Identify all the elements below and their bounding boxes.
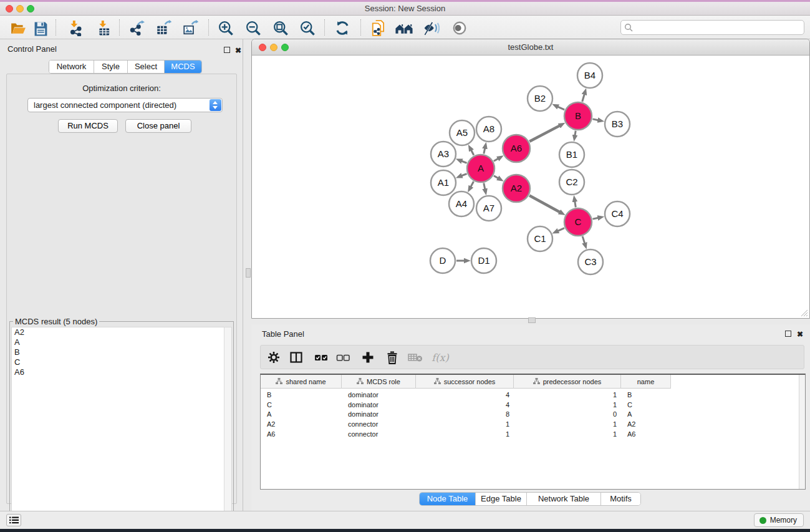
graph-edge-A-A1[interactable] — [461, 174, 467, 177]
result-item[interactable]: A6 — [12, 367, 231, 377]
table-row-A6[interactable]: A6connector11A6 — [261, 429, 805, 439]
graph-node-A7[interactable]: A7 — [476, 196, 501, 221]
add-column-button[interactable] — [359, 348, 377, 367]
table-row-A[interactable]: Adominator80A — [261, 409, 805, 419]
graph-edge-A-A6[interactable] — [494, 158, 499, 162]
task-history-button[interactable] — [6, 514, 21, 526]
graph-node-A1[interactable]: A1 — [431, 170, 456, 195]
graph-edge-C-C4[interactable] — [593, 218, 599, 219]
result-scrollbar[interactable] — [224, 327, 231, 532]
column-header-shared-name[interactable]: shared name — [261, 375, 342, 389]
result-item[interactable]: C — [12, 357, 231, 367]
graph-node-B3[interactable]: B3 — [605, 112, 630, 137]
graph-node-A3[interactable]: A3 — [431, 142, 456, 167]
graph-node-A6[interactable]: A6 — [503, 135, 530, 162]
export-network-button[interactable] — [127, 18, 147, 38]
close-panel-icon[interactable]: ✖ — [235, 47, 241, 54]
tab-edge-table[interactable]: Edge Table — [476, 493, 527, 505]
graph-edge-A-A4[interactable] — [470, 181, 473, 188]
zoom-out-button[interactable] — [243, 18, 263, 38]
graph-node-A[interactable]: A — [467, 155, 494, 182]
graph-node-B1[interactable]: B1 — [559, 142, 584, 167]
vertical-splitter-handle[interactable] — [246, 268, 251, 278]
node-table[interactable]: shared nameMCDS rolesuccessor nodesprede… — [260, 374, 806, 490]
graph-edge-A-A2[interactable] — [494, 176, 499, 179]
search-input[interactable] — [620, 20, 804, 35]
graph-edge-C-C2[interactable] — [575, 201, 576, 208]
network-canvas[interactable]: B4B2BB3A5A8A6A3B1AA1C2A2A4A7C4CC1C3DD1 — [252, 56, 809, 318]
network-minimize-button[interactable] — [270, 44, 277, 51]
graph-node-B2[interactable]: B2 — [528, 86, 552, 111]
graph-edge-B-B4[interactable] — [582, 94, 585, 102]
refresh-button[interactable] — [332, 18, 352, 38]
graph-edge-A-A3[interactable] — [461, 161, 467, 163]
function-builder-button[interactable]: f(x) — [428, 348, 453, 367]
export-table-button[interactable] — [153, 18, 173, 38]
graph-node-A2[interactable]: A2 — [503, 175, 530, 202]
float-panel-icon[interactable] — [224, 47, 230, 53]
tab-mcds[interactable]: MCDS — [165, 60, 201, 73]
graph-node-B4[interactable]: B4 — [577, 63, 602, 88]
graph-edge-C-C3[interactable] — [582, 236, 585, 244]
graph-edge-B-B1[interactable] — [575, 131, 576, 137]
network-window-titlebar[interactable]: testGlobe.txt — [252, 39, 809, 56]
zoom-window-button[interactable] — [27, 5, 34, 12]
zoom-fit-button[interactable] — [271, 18, 291, 38]
mcds-result-list[interactable]: A2ABCA6 — [11, 327, 232, 532]
open-session-button[interactable] — [8, 18, 28, 38]
table-row-A2[interactable]: A2connector11A2 — [261, 419, 805, 429]
graph-edge-C-C1[interactable] — [557, 228, 564, 231]
tab-motifs[interactable]: Motifs — [601, 493, 640, 505]
hide-selected-button[interactable] — [422, 18, 441, 38]
tab-network[interactable]: Network — [49, 60, 94, 73]
graph-node-D[interactable]: D — [430, 248, 455, 273]
import-table-button[interactable] — [94, 18, 114, 38]
graph-node-B[interactable]: B — [564, 102, 592, 130]
graph-edge-A-A8[interactable] — [484, 147, 485, 153]
split-columns-button[interactable] — [287, 348, 306, 367]
save-session-button[interactable] — [31, 18, 51, 38]
criterion-select[interactable]: largest connected component (directed) — [27, 98, 223, 112]
graph-node-D1[interactable]: D1 — [471, 248, 496, 273]
zoom-in-button[interactable] — [216, 18, 236, 38]
tab-node-table[interactable]: Node Table — [420, 493, 476, 505]
close-window-button[interactable] — [6, 5, 13, 12]
result-item[interactable]: B — [12, 347, 231, 357]
graph-node-A4[interactable]: A4 — [449, 191, 474, 216]
result-item[interactable]: A — [12, 337, 231, 347]
memory-button[interactable]: Memory — [754, 513, 804, 527]
column-header-name[interactable]: name — [621, 375, 671, 389]
table-settings-button[interactable] — [264, 348, 283, 367]
tab-style[interactable]: Style — [94, 60, 128, 73]
table-row-B[interactable]: Bdominator41B — [261, 390, 805, 400]
graph-node-C3[interactable]: C3 — [578, 249, 603, 274]
table-float-icon[interactable] — [785, 331, 791, 337]
graph-node-C[interactable]: C — [564, 208, 592, 236]
select-all-button[interactable] — [312, 348, 330, 367]
zoom-selected-button[interactable] — [297, 18, 317, 38]
tab-network-table[interactable]: Network Table — [527, 493, 601, 505]
result-item[interactable]: A2 — [12, 327, 231, 337]
duplicate-network-button[interactable] — [369, 18, 388, 38]
graph-edge-B-B2[interactable] — [557, 107, 564, 110]
graph-node-A8[interactable]: A8 — [476, 117, 501, 142]
graph-node-C2[interactable]: C2 — [559, 170, 584, 195]
network-close-button[interactable] — [259, 44, 266, 51]
deselect-all-button[interactable] — [334, 348, 352, 367]
table-close-icon[interactable]: ✖ — [797, 331, 803, 338]
column-header-predecessor-nodes[interactable]: predecessor nodes — [514, 375, 621, 389]
column-header-successor-nodes[interactable]: successor nodes — [416, 375, 514, 389]
horizontal-splitter-handle[interactable] — [528, 317, 536, 323]
graph-edge-A-A7[interactable] — [484, 183, 485, 190]
graph-edge-A6-B[interactable] — [529, 125, 560, 142]
graph-edge-A2-C[interactable] — [529, 195, 561, 212]
delete-column-button[interactable] — [383, 348, 402, 367]
network-zoom-button[interactable] — [281, 44, 289, 51]
show-all-button[interactable] — [450, 18, 470, 38]
import-network-button[interactable] — [65, 18, 85, 38]
graph-edge-A-A5[interactable] — [471, 150, 474, 155]
column-header-MCDS-role[interactable]: MCDS role — [342, 375, 416, 389]
export-image-button[interactable] — [180, 18, 200, 38]
table-scrollbar[interactable] — [799, 375, 805, 489]
resize-grip-icon[interactable] — [800, 309, 808, 317]
